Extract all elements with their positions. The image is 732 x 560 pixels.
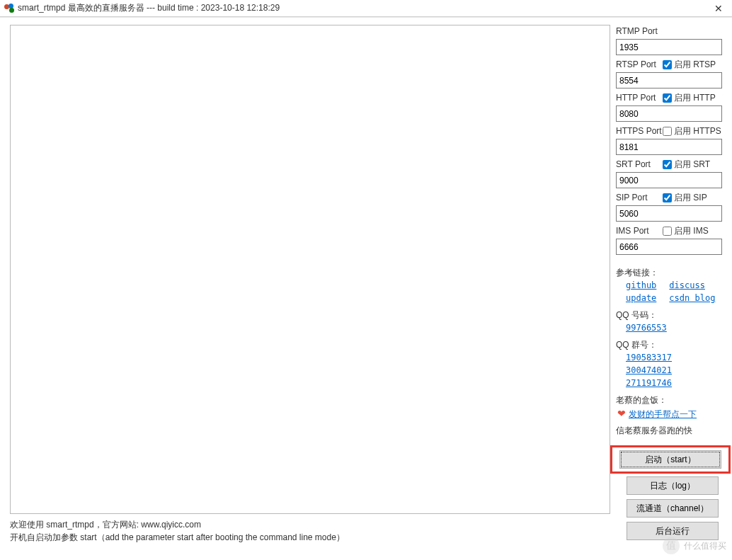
close-button[interactable]: ✕ [708,1,729,16]
port-input[interactable] [616,239,722,255]
port-label: RTMP Port [616,26,663,36]
start-highlight: 启动（start） [610,445,731,474]
port-row: RTMP Port [616,25,729,38]
status-line-2: 开机自启动加参数 start（add the parameter start a… [10,531,610,544]
titlebar: smart_rtmpd 最高效的直播服务器 --- build time : 2… [0,0,732,17]
ref-links-label: 参考链接： [616,266,729,279]
link-update[interactable]: update [626,292,656,304]
checkbox-input[interactable] [663,60,672,69]
start-button[interactable]: 启动（start） [619,450,721,469]
port-row: RTSP Port启用 RTSP [616,58,729,71]
port-label: IMS Port [616,226,663,236]
checkbox-input[interactable] [663,127,672,136]
checkbox-label: 启用 RTSP [674,59,716,71]
donate-label: 老蔡的盒饭： [616,394,729,406]
app-icon [4,4,14,13]
qq-group-label: QQ 群号： [616,338,729,351]
enable-checkbox[interactable]: 启用 IMS [663,225,709,237]
checkbox-label: 启用 SIP [674,192,707,204]
qq-group-3[interactable]: 271191746 [626,377,672,389]
link-csdn[interactable]: csdn blog [669,292,715,304]
channel-button[interactable]: 流通道（channel） [627,499,719,518]
port-label: SRT Port [616,159,663,169]
port-input[interactable] [616,172,722,188]
right-pane: RTMP PortRTSP Port启用 RTSPHTTP Port启用 HTT… [614,18,732,552]
enable-checkbox[interactable]: 启用 RTSP [663,59,716,71]
link-github[interactable]: github [626,279,656,292]
checkbox-label: 启用 HTTP [674,92,716,104]
port-input[interactable] [616,205,722,222]
window-title: smart_rtmpd 最高效的直播服务器 --- build time : 2… [18,2,280,14]
checkbox-label: 启用 IMS [674,225,709,237]
port-row: HTTPS Port启用 HTTPS [616,125,729,137]
left-pane: 欢迎使用 smart_rtmpd，官方网站: www.qiyicc.com 开机… [0,18,614,552]
enable-checkbox[interactable]: 启用 SRT [663,159,710,171]
checkbox-label: 启用 HTTPS [674,125,721,137]
client-area: 欢迎使用 smart_rtmpd，官方网站: www.qiyicc.com 开机… [0,17,732,552]
qq-number[interactable]: 99766553 [626,321,667,334]
status-area: 欢迎使用 smart_rtmpd，官方网站: www.qiyicc.com 开机… [10,517,610,549]
port-label: RTSP Port [616,59,663,69]
link-discuss[interactable]: discuss [669,279,705,292]
qq-number-label: QQ 号码： [616,309,729,321]
qq-group-2[interactable]: 300474021 [626,364,672,377]
log-button[interactable]: 日志（log） [627,476,719,495]
titlebar-left: smart_rtmpd 最高效的直播服务器 --- build time : 2… [4,2,280,14]
port-row: HTTP Port启用 HTTP [616,91,729,104]
port-row: IMS Port启用 IMS [616,224,729,237]
checkbox-label: 启用 SRT [674,159,710,171]
port-input[interactable] [616,105,722,122]
port-label: HTTPS Port [616,126,663,136]
qq-group-1[interactable]: 190583317 [626,351,672,364]
port-input[interactable] [616,39,722,55]
background-button[interactable]: 后台运行 [627,522,719,540]
main-viewport [10,25,610,514]
checkbox-input[interactable] [663,93,672,103]
info-section: 参考链接： githubdiscuss updatecsdn blog QQ 号… [616,266,729,437]
enable-checkbox[interactable]: 启用 HTTP [663,92,716,104]
button-stack: 启动（start） 日志（log） 流通道（channel） 后台运行 [616,445,729,540]
slogan: 信老蔡服务器跑的快 [616,424,729,437]
enable-checkbox[interactable]: 启用 SIP [663,192,707,204]
port-row: SIP Port启用 SIP [616,191,729,204]
port-row: SRT Port启用 SRT [616,158,729,171]
port-input[interactable] [616,139,722,155]
checkbox-input[interactable] [663,227,672,236]
port-input[interactable] [616,72,722,88]
heart-icon: ❤ [617,406,626,421]
status-line-1: 欢迎使用 smart_rtmpd，官方网站: www.qiyicc.com [10,518,610,531]
donate-link[interactable]: 发财的手帮点一下 [629,408,697,421]
enable-checkbox[interactable]: 启用 HTTPS [663,125,721,137]
checkbox-input[interactable] [663,193,672,202]
port-label: SIP Port [616,193,663,202]
port-label: HTTP Port [616,93,663,103]
checkbox-input[interactable] [663,160,672,169]
